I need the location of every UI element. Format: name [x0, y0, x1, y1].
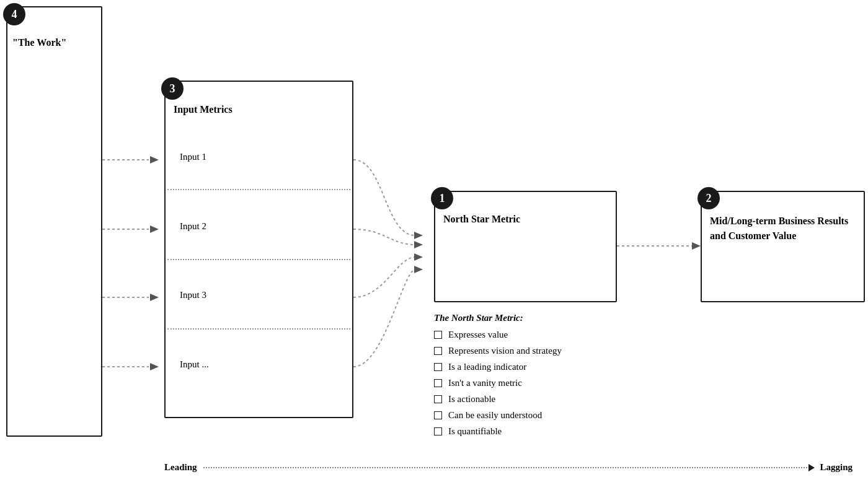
checkbox-1 [434, 347, 442, 355]
checklist-item-0: Expresses value [434, 328, 562, 341]
label-4-text: "The Work" [12, 37, 66, 48]
checkbox-0 [434, 331, 442, 339]
checklist-label-3: Isn't a vanity metric [448, 377, 522, 390]
checklist-item-6: Is quantifiable [434, 425, 562, 438]
leading-lagging-bar: Leading Lagging [164, 462, 852, 473]
badge-1: 1 [431, 187, 453, 209]
checklist-title: The North Star Metric: [434, 313, 562, 323]
checklist-label-2: Is a leading indicator [448, 361, 526, 374]
divider-1 [167, 189, 350, 190]
badge-4: 4 [3, 3, 25, 25]
lagging-arrow-tip [808, 464, 815, 471]
leading-lagging-line [203, 467, 808, 468]
divider-2 [167, 259, 350, 260]
input-item-4: Input ... [180, 359, 209, 370]
checklist-item-1: Represents vision and strategy [434, 344, 562, 357]
svg-marker-7 [414, 266, 423, 273]
checklist-item-2: Is a leading indicator [434, 361, 562, 374]
checklist-label-0: Expresses value [448, 328, 508, 341]
divider-3 [167, 328, 350, 330]
svg-marker-5 [414, 241, 423, 248]
svg-marker-9 [692, 242, 701, 250]
checkbox-3 [434, 379, 442, 387]
label-1-text: North Star Metric [443, 214, 520, 225]
svg-marker-2 [150, 294, 159, 301]
leading-label: Leading [164, 462, 197, 473]
checklist-item-3: Isn't a vanity metric [434, 377, 562, 390]
diagram-container: 4 "The Work" 3 Input Metrics Input 1 Inp… [0, 0, 868, 490]
box-1-north-star [434, 191, 617, 302]
checkbox-4 [434, 395, 442, 403]
checklist-item-4: Is actionable [434, 393, 562, 406]
badge-3: 3 [161, 77, 184, 100]
checklist: The North Star Metric: Expresses value R… [434, 313, 562, 441]
box-4-the-work [6, 6, 102, 437]
svg-marker-3 [150, 363, 159, 370]
badge-2: 2 [698, 187, 720, 209]
svg-marker-0 [150, 156, 159, 164]
lagging-label: Lagging [820, 462, 852, 473]
checkbox-5 [434, 411, 442, 419]
label-2-text: Mid/Long-term Business Results and Custo… [710, 214, 856, 243]
input-item-3: Input 3 [180, 290, 206, 300]
checkbox-2 [434, 363, 442, 371]
checklist-label-5: Can be easily understood [448, 409, 542, 422]
checkbox-6 [434, 427, 442, 435]
checklist-label-1: Represents vision and strategy [448, 344, 562, 357]
label-3-text: Input Metrics [174, 104, 232, 115]
input-item-1: Input 1 [180, 152, 206, 162]
checklist-item-5: Can be easily understood [434, 409, 562, 422]
svg-marker-6 [414, 253, 423, 261]
svg-marker-1 [150, 225, 159, 233]
checklist-label-6: Is quantifiable [448, 425, 502, 438]
checklist-label-4: Is actionable [448, 393, 495, 406]
input-item-2: Input 2 [180, 221, 206, 232]
box-2-business-results [701, 191, 865, 302]
svg-marker-4 [414, 232, 423, 239]
